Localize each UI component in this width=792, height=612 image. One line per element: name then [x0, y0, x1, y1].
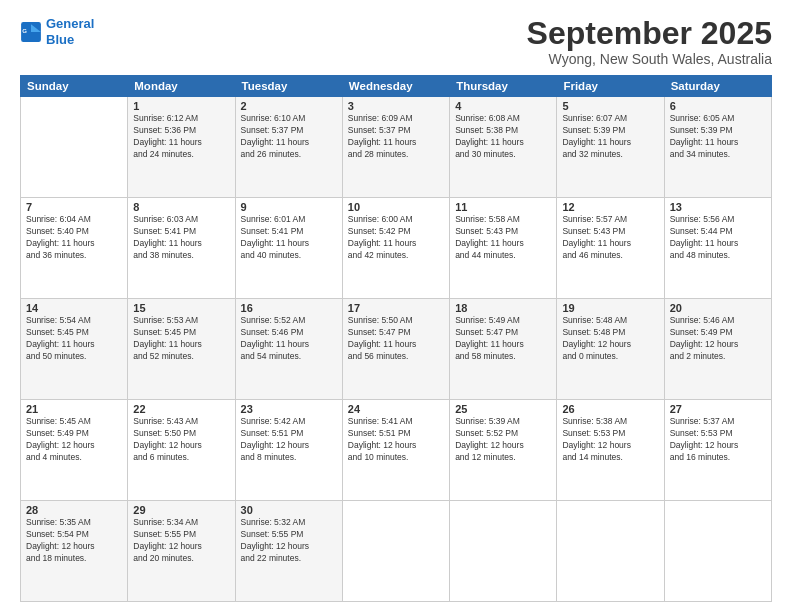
table-row: 7Sunrise: 6:04 AM Sunset: 5:40 PM Daylig…	[21, 198, 772, 299]
logo-icon: G	[20, 21, 42, 43]
day-number: 29	[133, 504, 229, 516]
table-row: 14Sunrise: 5:54 AM Sunset: 5:45 PM Dayli…	[21, 299, 772, 400]
calendar-subtitle: Wyong, New South Wales, Australia	[527, 51, 772, 67]
list-item: 4Sunrise: 6:08 AM Sunset: 5:38 PM Daylig…	[450, 97, 557, 198]
list-item: 3Sunrise: 6:09 AM Sunset: 5:37 PM Daylig…	[342, 97, 449, 198]
day-number: 14	[26, 302, 122, 314]
day-info: Sunrise: 5:39 AM Sunset: 5:52 PM Dayligh…	[455, 416, 551, 464]
list-item: 11Sunrise: 5:58 AM Sunset: 5:43 PM Dayli…	[450, 198, 557, 299]
list-item	[342, 501, 449, 602]
day-number: 25	[455, 403, 551, 415]
day-number: 27	[670, 403, 766, 415]
day-info: Sunrise: 6:12 AM Sunset: 5:36 PM Dayligh…	[133, 113, 229, 161]
day-info: Sunrise: 6:05 AM Sunset: 5:39 PM Dayligh…	[670, 113, 766, 161]
day-info: Sunrise: 6:10 AM Sunset: 5:37 PM Dayligh…	[241, 113, 337, 161]
day-number: 12	[562, 201, 658, 213]
day-number: 20	[670, 302, 766, 314]
th-thursday: Thursday	[450, 76, 557, 97]
th-saturday: Saturday	[664, 76, 771, 97]
day-number: 10	[348, 201, 444, 213]
day-info: Sunrise: 5:34 AM Sunset: 5:55 PM Dayligh…	[133, 517, 229, 565]
day-number: 24	[348, 403, 444, 415]
list-item: 28Sunrise: 5:35 AM Sunset: 5:54 PM Dayli…	[21, 501, 128, 602]
day-number: 6	[670, 100, 766, 112]
day-info: Sunrise: 5:54 AM Sunset: 5:45 PM Dayligh…	[26, 315, 122, 363]
logo-line1: General	[46, 16, 94, 31]
list-item: 14Sunrise: 5:54 AM Sunset: 5:45 PM Dayli…	[21, 299, 128, 400]
logo-line2: Blue	[46, 32, 74, 47]
day-info: Sunrise: 5:32 AM Sunset: 5:55 PM Dayligh…	[241, 517, 337, 565]
list-item: 30Sunrise: 5:32 AM Sunset: 5:55 PM Dayli…	[235, 501, 342, 602]
day-info: Sunrise: 5:53 AM Sunset: 5:45 PM Dayligh…	[133, 315, 229, 363]
list-item: 12Sunrise: 5:57 AM Sunset: 5:43 PM Dayli…	[557, 198, 664, 299]
day-info: Sunrise: 6:08 AM Sunset: 5:38 PM Dayligh…	[455, 113, 551, 161]
table-row: 1Sunrise: 6:12 AM Sunset: 5:36 PM Daylig…	[21, 97, 772, 198]
day-info: Sunrise: 5:41 AM Sunset: 5:51 PM Dayligh…	[348, 416, 444, 464]
day-number: 17	[348, 302, 444, 314]
day-info: Sunrise: 5:35 AM Sunset: 5:54 PM Dayligh…	[26, 517, 122, 565]
list-item: 26Sunrise: 5:38 AM Sunset: 5:53 PM Dayli…	[557, 400, 664, 501]
day-number: 11	[455, 201, 551, 213]
list-item: 15Sunrise: 5:53 AM Sunset: 5:45 PM Dayli…	[128, 299, 235, 400]
day-info: Sunrise: 6:07 AM Sunset: 5:39 PM Dayligh…	[562, 113, 658, 161]
list-item: 2Sunrise: 6:10 AM Sunset: 5:37 PM Daylig…	[235, 97, 342, 198]
day-number: 2	[241, 100, 337, 112]
list-item: 20Sunrise: 5:46 AM Sunset: 5:49 PM Dayli…	[664, 299, 771, 400]
th-sunday: Sunday	[21, 76, 128, 97]
day-number: 21	[26, 403, 122, 415]
list-item: 17Sunrise: 5:50 AM Sunset: 5:47 PM Dayli…	[342, 299, 449, 400]
day-number: 18	[455, 302, 551, 314]
day-info: Sunrise: 5:49 AM Sunset: 5:47 PM Dayligh…	[455, 315, 551, 363]
table-row: 21Sunrise: 5:45 AM Sunset: 5:49 PM Dayli…	[21, 400, 772, 501]
day-number: 5	[562, 100, 658, 112]
list-item: 10Sunrise: 6:00 AM Sunset: 5:42 PM Dayli…	[342, 198, 449, 299]
day-number: 13	[670, 201, 766, 213]
day-number: 28	[26, 504, 122, 516]
list-item	[664, 501, 771, 602]
list-item: 27Sunrise: 5:37 AM Sunset: 5:53 PM Dayli…	[664, 400, 771, 501]
list-item: 9Sunrise: 6:01 AM Sunset: 5:41 PM Daylig…	[235, 198, 342, 299]
list-item: 18Sunrise: 5:49 AM Sunset: 5:47 PM Dayli…	[450, 299, 557, 400]
day-info: Sunrise: 5:56 AM Sunset: 5:44 PM Dayligh…	[670, 214, 766, 262]
day-number: 3	[348, 100, 444, 112]
title-block: September 2025 Wyong, New South Wales, A…	[527, 16, 772, 67]
day-info: Sunrise: 5:42 AM Sunset: 5:51 PM Dayligh…	[241, 416, 337, 464]
list-item: 6Sunrise: 6:05 AM Sunset: 5:39 PM Daylig…	[664, 97, 771, 198]
list-item	[21, 97, 128, 198]
day-number: 4	[455, 100, 551, 112]
list-item: 22Sunrise: 5:43 AM Sunset: 5:50 PM Dayli…	[128, 400, 235, 501]
list-item: 25Sunrise: 5:39 AM Sunset: 5:52 PM Dayli…	[450, 400, 557, 501]
logo: G General Blue	[20, 16, 94, 47]
list-item: 7Sunrise: 6:04 AM Sunset: 5:40 PM Daylig…	[21, 198, 128, 299]
table-row: 28Sunrise: 5:35 AM Sunset: 5:54 PM Dayli…	[21, 501, 772, 602]
list-item: 1Sunrise: 6:12 AM Sunset: 5:36 PM Daylig…	[128, 97, 235, 198]
day-number: 16	[241, 302, 337, 314]
day-number: 1	[133, 100, 229, 112]
th-tuesday: Tuesday	[235, 76, 342, 97]
list-item: 13Sunrise: 5:56 AM Sunset: 5:44 PM Dayli…	[664, 198, 771, 299]
day-info: Sunrise: 5:46 AM Sunset: 5:49 PM Dayligh…	[670, 315, 766, 363]
th-wednesday: Wednesday	[342, 76, 449, 97]
calendar-title: September 2025	[527, 16, 772, 51]
day-number: 7	[26, 201, 122, 213]
day-info: Sunrise: 5:58 AM Sunset: 5:43 PM Dayligh…	[455, 214, 551, 262]
list-item	[557, 501, 664, 602]
list-item: 21Sunrise: 5:45 AM Sunset: 5:49 PM Dayli…	[21, 400, 128, 501]
list-item: 19Sunrise: 5:48 AM Sunset: 5:48 PM Dayli…	[557, 299, 664, 400]
day-info: Sunrise: 6:03 AM Sunset: 5:41 PM Dayligh…	[133, 214, 229, 262]
page: G General Blue September 2025 Wyong, New…	[0, 0, 792, 612]
day-number: 9	[241, 201, 337, 213]
header-row: Sunday Monday Tuesday Wednesday Thursday…	[21, 76, 772, 97]
th-monday: Monday	[128, 76, 235, 97]
day-info: Sunrise: 5:48 AM Sunset: 5:48 PM Dayligh…	[562, 315, 658, 363]
day-number: 8	[133, 201, 229, 213]
day-number: 26	[562, 403, 658, 415]
list-item: 23Sunrise: 5:42 AM Sunset: 5:51 PM Dayli…	[235, 400, 342, 501]
day-info: Sunrise: 6:09 AM Sunset: 5:37 PM Dayligh…	[348, 113, 444, 161]
day-info: Sunrise: 5:57 AM Sunset: 5:43 PM Dayligh…	[562, 214, 658, 262]
day-info: Sunrise: 5:52 AM Sunset: 5:46 PM Dayligh…	[241, 315, 337, 363]
day-info: Sunrise: 5:38 AM Sunset: 5:53 PM Dayligh…	[562, 416, 658, 464]
day-info: Sunrise: 6:00 AM Sunset: 5:42 PM Dayligh…	[348, 214, 444, 262]
list-item: 29Sunrise: 5:34 AM Sunset: 5:55 PM Dayli…	[128, 501, 235, 602]
day-info: Sunrise: 6:04 AM Sunset: 5:40 PM Dayligh…	[26, 214, 122, 262]
